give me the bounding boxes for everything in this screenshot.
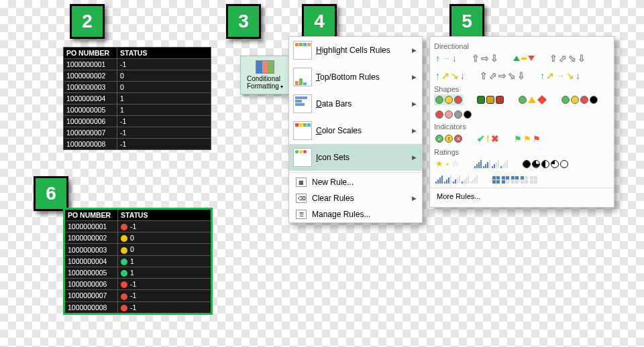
iconset-3-triangles[interactable]: [512, 52, 536, 65]
callout-4: 4: [302, 4, 337, 39]
iconset-3-traffic-lights-rimmed[interactable]: [476, 94, 505, 105]
menu-top-bottom-rules[interactable]: Top/Bottom Rules▶: [289, 64, 422, 90]
iconset-5-quarters[interactable]: [521, 157, 570, 170]
table-after: PO NUMBERSTATUS 1000000001-1 10000000020…: [63, 208, 213, 315]
iconset-3-flags[interactable]: ⚑⚑⚑: [513, 132, 542, 145]
chevron-right-icon: ▶: [412, 100, 417, 107]
chevron-right-icon: ▶: [412, 47, 417, 54]
table-row: 1000000001-1: [64, 221, 212, 232]
table-row: 1000000008-1: [64, 301, 212, 314]
iconset-3-symbols-circled[interactable]: ✓!✕: [434, 132, 464, 145]
iconset-5-arrows-colored[interactable]: ↑↗→↘↓: [539, 69, 582, 82]
iconset-3-signs[interactable]: [517, 94, 548, 105]
header-po: PO NUMBER: [64, 48, 117, 59]
menu-manage-rules[interactable]: ☰Manage Rules...: [289, 206, 422, 222]
group-indicators: Indicators: [434, 123, 610, 131]
status-icon-red: [121, 224, 127, 230]
iconset-3-traffic-lights[interactable]: [434, 94, 464, 105]
chevron-right-icon: ▶: [412, 154, 417, 161]
callout-5: 5: [449, 4, 484, 39]
menu-color-scales[interactable]: Color Scales▶: [289, 117, 422, 144]
group-ratings: Ratings: [434, 148, 610, 156]
iconset-4-traffic-lights[interactable]: [560, 94, 599, 105]
menu-icon-sets[interactable]: Icon Sets▶: [289, 144, 422, 171]
conditional-formatting-icon: [256, 60, 274, 74]
iconset-5-boxes[interactable]: [491, 174, 539, 185]
iconset-3-stars[interactable]: ★⋆☆: [434, 157, 461, 170]
status-icon-red: [121, 305, 127, 311]
table-row: 1000000006-1: [64, 279, 212, 290]
table-before: PO NUMBERSTATUS 1000000001-1 10000000020…: [63, 47, 211, 150]
group-directional: Directional: [434, 42, 610, 50]
iconset-4-ratings[interactable]: [473, 157, 509, 170]
callout-3: 3: [226, 4, 261, 39]
iconset-3-arrows-gray[interactable]: ⇧⇨⇩: [470, 52, 500, 65]
table-row: 10000000030: [64, 244, 212, 255]
iconset-3-arrows-colored[interactable]: ↑→↓: [434, 52, 458, 65]
status-icon-yellow: [121, 235, 127, 242]
header-po: PO NUMBER: [64, 209, 118, 221]
status-icon-green: [121, 259, 127, 265]
iconset-4-arrows-colored[interactable]: ↑↗↘↓: [434, 69, 466, 82]
header-status: STATUS: [117, 48, 211, 59]
menu-clear-rules[interactable]: ⌫Clear Rules▶: [289, 190, 422, 206]
chevron-right-icon: ▶: [412, 74, 417, 80]
conditional-formatting-button[interactable]: ConditionalFormatting ▾: [240, 56, 290, 94]
iconset-5-ratings[interactable]: [434, 174, 479, 185]
iconset-4-arrows-gray[interactable]: ⇧⬀⬂⇩: [548, 52, 587, 65]
menu-highlight-cells-rules[interactable]: Highlight Cells Rules▶: [289, 37, 422, 64]
iconset-5-arrows-gray[interactable]: ⇧⬀⇨⬂⇩: [478, 69, 527, 82]
table-row: 1000000007-1: [64, 290, 212, 301]
table-row: 10000000041: [64, 255, 212, 267]
chevron-right-icon: ▶: [412, 127, 417, 134]
iconset-4-red-to-black[interactable]: [434, 109, 473, 120]
menu-new-rule[interactable]: ▦New Rule...: [289, 174, 422, 190]
conditional-formatting-menu: Highlight Cells Rules▶ Top/Bottom Rules▶…: [288, 36, 423, 223]
callout-2: 2: [70, 4, 105, 39]
table-row: 10000000020: [64, 232, 212, 244]
menu-data-bars[interactable]: Data Bars▶: [289, 90, 422, 117]
status-icon-red: [121, 281, 127, 288]
more-rules[interactable]: More Rules...: [434, 188, 610, 204]
status-icon-green: [121, 270, 127, 277]
header-status: STATUS: [118, 209, 212, 221]
table-row: 10000000051: [64, 267, 212, 278]
iconset-3-symbols[interactable]: ✔!✖: [476, 132, 500, 145]
callout-6: 6: [34, 176, 68, 211]
status-icon-red: [121, 293, 127, 300]
status-icon-yellow: [121, 247, 127, 254]
group-shapes: Shapes: [434, 85, 610, 93]
cf-label: ConditionalFormatting ▾: [247, 75, 283, 90]
icon-sets-gallery: Directional ↑→↓ ⇧⇨⇩ ⇧⬀⬂⇩ ↑↗↘↓ ⇧⬀⇨⬂⇩ ↑↗→↘…: [429, 36, 614, 208]
